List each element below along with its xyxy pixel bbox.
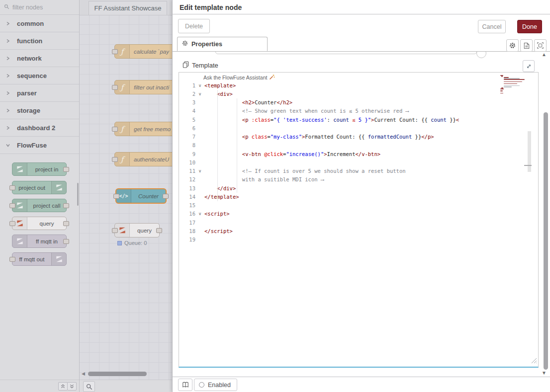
collapse-all-button[interactable]	[58, 382, 68, 391]
horizontal-scrollbar[interactable]	[88, 372, 147, 376]
input-port[interactable]	[9, 221, 15, 226]
input-port[interactable]	[9, 257, 15, 262]
palette: filter nodes commonfunctionnetworksequen…	[0, 0, 80, 392]
expand-editor-button[interactable]	[523, 60, 535, 72]
palette-category-network[interactable]: network	[0, 50, 79, 67]
delete-button[interactable]: Delete	[178, 19, 210, 33]
search-icon	[4, 4, 9, 11]
palette-category-sequence[interactable]: sequence	[0, 67, 79, 84]
expand-all-button[interactable]	[67, 382, 77, 391]
template-code-editor[interactable]: Ask the FlowFuse Assistant 1∨<template>2…	[179, 72, 539, 368]
template-label-text: Template	[192, 62, 218, 69]
fold-chevron-icon[interactable]: ∨	[195, 211, 204, 216]
flow-node-counter[interactable]: </>Counter	[115, 188, 167, 204]
code-text: </template>	[204, 194, 239, 200]
palette-node-query[interactable]: query	[12, 217, 67, 230]
fold-chevron-icon[interactable]: ∨	[195, 168, 204, 173]
workspace-footer	[80, 380, 173, 392]
palette-node-label: project call	[27, 203, 66, 209]
enabled-toggle-button[interactable]: Enabled	[194, 379, 237, 391]
fold-chevron-icon[interactable]: ∨	[195, 83, 204, 88]
code-text: with a suitible MDI icon ⟶	[204, 176, 324, 182]
input-port[interactable]	[9, 203, 15, 208]
output-port[interactable]	[63, 167, 69, 172]
input-port[interactable]	[112, 157, 118, 162]
editor-resize-grip[interactable]	[530, 357, 537, 366]
done-button[interactable]: Done	[517, 20, 542, 33]
tray-tab-bar: Properties	[173, 37, 550, 52]
tab-properties[interactable]: Properties	[177, 37, 268, 51]
input-port[interactable]	[9, 185, 15, 190]
code-text: <script>	[204, 211, 230, 217]
group-icon-button[interactable]	[534, 39, 547, 52]
flowfuse-icon	[51, 253, 66, 265]
chevron-right-icon	[6, 74, 10, 78]
palette-scrollbar[interactable]	[77, 183, 79, 206]
output-port[interactable]	[63, 203, 69, 208]
tab-properties-label: Properties	[191, 41, 222, 48]
flow-tab[interactable]: FF Assistant Showcase	[89, 1, 167, 15]
palette-node-project-out[interactable]: project out	[12, 181, 67, 194]
enabled-label: Enabled	[208, 382, 231, 389]
palette-filter-input[interactable]: filter nodes	[0, 0, 79, 15]
flowfuse-icon	[51, 181, 66, 194]
flow-node-query1[interactable]: query	[114, 223, 160, 237]
flowfuse-icon	[12, 235, 27, 247]
palette-node-project-call[interactable]: project call	[12, 199, 67, 212]
indent-guide	[237, 98, 237, 193]
template-field-label: Template	[183, 61, 218, 70]
chevron-right-icon	[6, 56, 10, 61]
output-port[interactable]	[163, 194, 169, 199]
palette-category-function[interactable]: function	[0, 32, 79, 50]
assistant-hint[interactable]: Ask the FlowFuse Assistant	[203, 74, 275, 81]
chevron-right-icon	[6, 91, 10, 95]
chevron-right-icon	[6, 21, 10, 26]
gear-icon-button[interactable]	[506, 39, 519, 52]
palette-category-storage[interactable]: storage	[0, 102, 79, 119]
hscroll-left-arrow-icon[interactable]: ◀	[82, 371, 85, 376]
input-port[interactable]	[112, 127, 118, 132]
tray-scroll-up-icon[interactable]: ▲	[542, 52, 547, 57]
input-port[interactable]	[113, 194, 119, 199]
code-text: <!— Show green text when count is ≤ 5 ot…	[204, 108, 409, 114]
divider	[173, 377, 550, 377]
tray-scroll-down-icon[interactable]: ▼	[542, 370, 547, 376]
zoom-search-button[interactable]	[83, 381, 95, 392]
palette-node-label: project out	[12, 185, 51, 191]
category-label: storage	[17, 107, 40, 114]
minimap[interactable]	[500, 75, 524, 97]
input-port[interactable]	[112, 49, 118, 54]
palette-node-label: query	[27, 221, 66, 227]
line-number: 18	[179, 228, 195, 234]
output-port[interactable]	[63, 221, 69, 226]
palette-category-common[interactable]: common	[0, 15, 79, 32]
output-port[interactable]	[63, 239, 69, 244]
palette-category-parser[interactable]: parser	[0, 84, 79, 102]
input-port[interactable]	[112, 228, 118, 233]
cancel-button[interactable]: Cancel	[478, 20, 506, 33]
output-port[interactable]	[156, 228, 162, 233]
code-lines: 1∨<template>2∨ <div>3 <h2>Counter</h2>4 …	[179, 81, 527, 244]
code-line-5: 5 <p :class="{ 'text-success': count ≤ 5…	[179, 115, 527, 124]
line-number: 16	[179, 211, 195, 217]
palette-category-FlowFuse[interactable]: FlowFuse	[0, 137, 79, 154]
code-text: <p :class="{ 'text-success': count ≤ 5 }…	[204, 117, 459, 123]
document-icon-button[interactable]	[520, 39, 533, 52]
palette-categories: commonfunctionnetworksequenceparserstora…	[0, 15, 79, 154]
chevron-right-icon	[6, 126, 10, 130]
category-label: FlowFuse	[17, 142, 47, 149]
palette-node-project-in[interactable]: project in	[12, 162, 67, 176]
line-number: 5	[179, 117, 195, 123]
palette-node-ff-mqtt-out[interactable]: ff mqtt out	[12, 252, 67, 266]
chevron-right-icon	[6, 39, 10, 43]
line-number: 11	[179, 168, 195, 174]
tray-scrollbar[interactable]	[544, 112, 548, 370]
docs-book-button[interactable]	[178, 379, 192, 391]
code-text: </script>	[204, 228, 233, 234]
fold-chevron-icon[interactable]: ∨	[195, 91, 204, 96]
palette-node-ff-mqtt-in[interactable]: ff mqtt in	[12, 235, 67, 248]
palette-category-dashboard-2[interactable]: dashboard 2	[0, 119, 79, 137]
code-text: <v-btn @click="increase()">Increment</v-…	[204, 151, 380, 157]
copy-icon	[183, 61, 189, 70]
input-port[interactable]	[112, 85, 118, 90]
